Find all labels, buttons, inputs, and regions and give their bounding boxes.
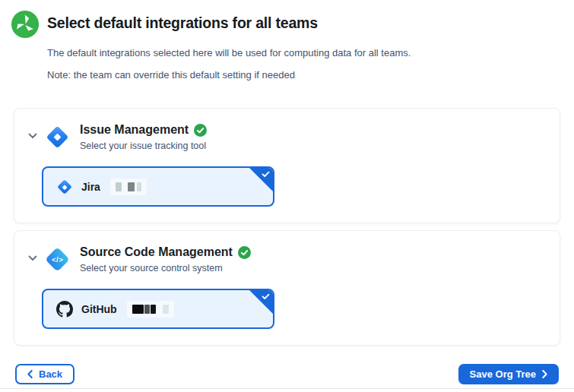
section-description: Select your source control system [80,263,251,273]
redacted-text [110,179,147,195]
chevron-right-icon [542,370,547,378]
app-logo-icon [11,10,40,39]
page-note: Note: the team can override this default… [47,69,560,81]
chevron-left-icon [27,370,33,378]
tool-name: Jira [81,181,100,193]
section-source-code-management: </> Source Code Management Select your s… [14,230,560,346]
page-title: Select default integrations for all team… [47,10,318,32]
check-circle-icon [238,246,251,259]
redacted-text [127,301,174,318]
integrations-setup-page: Select default integrations for all team… [0,0,574,392]
collapse-chevron-issue-management[interactable] [25,128,40,144]
section-title: Issue Management [80,123,189,137]
collapse-chevron-source-code[interactable] [25,251,40,266]
page-header: Select default integrations for all team… [0,0,574,81]
github-icon [56,301,73,318]
section-issue-management: Issue Management Select your issue track… [14,108,560,223]
footer-actions: Back Save Org Tree [15,364,559,384]
back-button[interactable]: Back [15,364,75,384]
sections-container: Issue Management Select your issue track… [14,108,560,346]
option-card-jira[interactable]: Jira [42,166,274,207]
jira-icon [45,125,69,149]
chevron-down-icon [28,255,37,261]
bottom-divider [0,388,574,389]
chevron-down-icon [28,133,37,139]
tool-name: GitHub [81,303,117,315]
source-code-icon: </> [45,247,69,271]
page-subtitle: The default integrations selected here w… [47,47,560,58]
section-title: Source Code Management [80,245,233,259]
check-circle-icon [194,124,207,137]
section-description: Select your issue tracking tool [80,141,207,151]
back-button-label: Back [39,368,62,380]
option-card-github[interactable]: GitHub [42,289,274,329]
selected-check-icon [249,168,273,191]
save-org-tree-button[interactable]: Save Org Tree [458,364,559,384]
selected-check-icon [249,290,273,314]
save-button-label: Save Org Tree [470,368,536,380]
jira-icon-small [56,179,73,195]
